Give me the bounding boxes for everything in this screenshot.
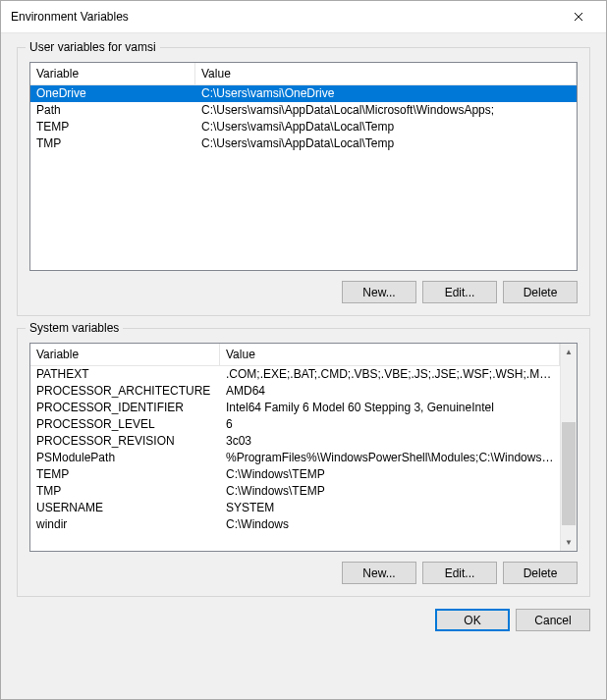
scroll-thumb[interactable]: [562, 422, 576, 525]
delete-user-var-button[interactable]: Delete: [503, 281, 578, 303]
cell-variable: PROCESSOR_REVISION: [30, 433, 220, 450]
system-group-title: System variables: [26, 321, 123, 335]
table-row[interactable]: PathC:\Users\vamsi\AppData\Local\Microso…: [30, 102, 577, 119]
cell-variable: PSModulePath: [30, 450, 220, 466]
cell-value: SYSTEM: [220, 500, 560, 516]
system-variables-list[interactable]: Variable Value PATHEXT.COM;.EXE;.BAT;.CM…: [29, 343, 578, 552]
close-icon: [574, 12, 583, 22]
header-variable[interactable]: Variable: [30, 344, 220, 365]
titlebar: Environment Variables: [1, 1, 606, 33]
cell-variable: USERNAME: [30, 500, 220, 516]
table-row[interactable]: TEMPC:\Windows\TEMP: [30, 466, 560, 483]
window-title: Environment Variables: [11, 10, 129, 24]
table-row[interactable]: OneDriveC:\Users\vamsi\OneDrive: [30, 85, 577, 102]
scroll-up-arrow-icon[interactable]: ▲: [561, 344, 577, 360]
new-user-var-button[interactable]: New...: [342, 281, 416, 303]
user-list-body: OneDriveC:\Users\vamsi\OneDrivePathC:\Us…: [30, 85, 577, 152]
dialog-content: User variables for vamsi Variable Value …: [1, 33, 606, 699]
cell-value: C:\Users\vamsi\AppData\Local\Temp: [195, 135, 577, 152]
header-variable[interactable]: Variable: [30, 63, 195, 84]
table-row[interactable]: PROCESSOR_LEVEL6: [30, 416, 560, 433]
cell-variable: TEMP: [30, 119, 195, 135]
cell-value: C:\Windows\TEMP: [220, 466, 560, 483]
system-variables-group: System variables Variable Value PATHEXT.…: [17, 328, 590, 597]
user-variables-list[interactable]: Variable Value OneDriveC:\Users\vamsi\On…: [29, 62, 578, 271]
table-row[interactable]: TMPC:\Windows\TEMP: [30, 483, 560, 500]
cell-variable: PATHEXT: [30, 366, 220, 383]
header-value[interactable]: Value: [220, 344, 560, 365]
user-button-row: New... Edit... Delete: [29, 281, 578, 303]
cell-variable: PROCESSOR_LEVEL: [30, 416, 220, 433]
table-row[interactable]: PROCESSOR_IDENTIFIERIntel64 Family 6 Mod…: [30, 400, 560, 416]
cell-variable: TEMP: [30, 466, 220, 483]
cell-value: C:\Users\vamsi\OneDrive: [195, 85, 577, 102]
table-row[interactable]: PROCESSOR_ARCHITECTUREAMD64: [30, 383, 560, 400]
table-row[interactable]: USERNAMESYSTEM: [30, 500, 560, 516]
edit-system-var-button[interactable]: Edit...: [422, 562, 497, 584]
cell-variable: TMP: [30, 135, 195, 152]
system-button-row: New... Edit... Delete: [29, 562, 578, 584]
table-row[interactable]: TMPC:\Users\vamsi\AppData\Local\Temp: [30, 135, 577, 152]
table-row[interactable]: PROCESSOR_REVISION3c03: [30, 433, 560, 450]
cell-variable: windir: [30, 516, 220, 533]
system-list-body: PATHEXT.COM;.EXE;.BAT;.CMD;.VBS;.VBE;.JS…: [30, 366, 560, 533]
cell-value: C:\Users\vamsi\AppData\Local\Temp: [195, 119, 577, 135]
cell-value: 6: [220, 416, 560, 433]
cell-variable: PROCESSOR_ARCHITECTURE: [30, 383, 220, 400]
cell-value: .COM;.EXE;.BAT;.CMD;.VBS;.VBE;.JS;.JSE;.…: [220, 366, 560, 383]
user-group-title: User variables for vamsi: [26, 40, 160, 54]
delete-system-var-button[interactable]: Delete: [503, 562, 578, 584]
environment-variables-dialog: Environment Variables User variables for…: [0, 0, 607, 700]
system-list-header: Variable Value: [30, 344, 560, 366]
system-list-scrollbar[interactable]: ▲ ▼: [560, 344, 577, 551]
cell-variable: Path: [30, 102, 195, 119]
cell-variable: PROCESSOR_IDENTIFIER: [30, 400, 220, 416]
dialog-button-row: OK Cancel: [17, 609, 590, 635]
cell-value: C:\Windows: [220, 516, 560, 533]
cell-value: C:\Users\vamsi\AppData\Local\Microsoft\W…: [195, 102, 577, 119]
user-list-header: Variable Value: [30, 63, 577, 85]
ok-button[interactable]: OK: [435, 609, 510, 631]
table-row[interactable]: PATHEXT.COM;.EXE;.BAT;.CMD;.VBS;.VBE;.JS…: [30, 366, 560, 383]
table-row[interactable]: windirC:\Windows: [30, 516, 560, 533]
cell-value: %ProgramFiles%\WindowsPowerShell\Modules…: [220, 450, 560, 466]
cell-variable: OneDrive: [30, 85, 195, 102]
user-variables-group: User variables for vamsi Variable Value …: [17, 47, 590, 316]
header-value[interactable]: Value: [195, 63, 577, 84]
cell-value: C:\Windows\TEMP: [220, 483, 560, 500]
table-row[interactable]: PSModulePath%ProgramFiles%\WindowsPowerS…: [30, 450, 560, 466]
scroll-down-arrow-icon[interactable]: ▼: [561, 534, 577, 551]
cell-variable: TMP: [30, 483, 220, 500]
new-system-var-button[interactable]: New...: [342, 562, 416, 584]
cell-value: Intel64 Family 6 Model 60 Stepping 3, Ge…: [220, 400, 560, 416]
close-button[interactable]: [559, 7, 598, 27]
cancel-button[interactable]: Cancel: [516, 609, 590, 631]
cell-value: 3c03: [220, 433, 560, 450]
edit-user-var-button[interactable]: Edit...: [422, 281, 497, 303]
table-row[interactable]: TEMPC:\Users\vamsi\AppData\Local\Temp: [30, 119, 577, 135]
cell-value: AMD64: [220, 383, 560, 400]
